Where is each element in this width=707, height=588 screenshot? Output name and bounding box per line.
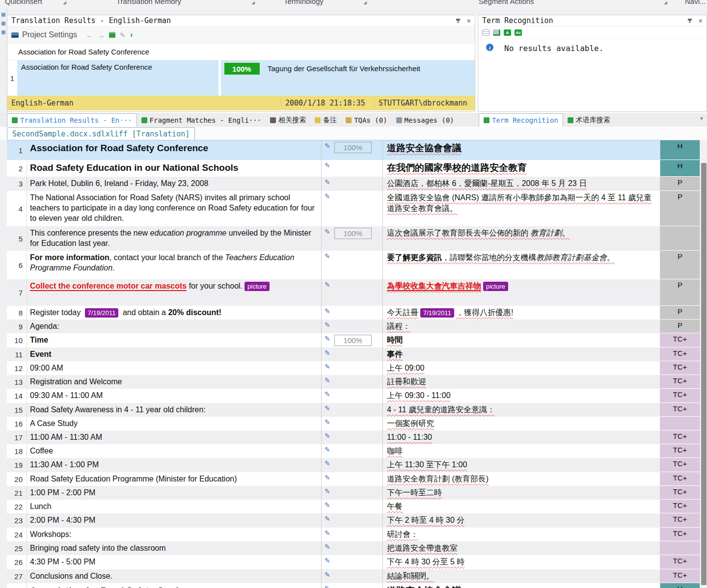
document-structure-badge[interactable]: P: [660, 306, 700, 320]
target-cell[interactable]: 下午一時至二時: [383, 486, 660, 500]
document-structure-badge[interactable]: TC+: [660, 486, 700, 500]
target-cell[interactable]: 道路安全協會會議: [383, 140, 660, 160]
source-cell[interactable]: 4:30 PM - 5:00 PM: [27, 555, 322, 569]
target-cell[interactable]: 為學校收集大會汽車吉祥物picture: [383, 279, 660, 306]
tab-fragment-matches[interactable]: Fragment Matches - Engli···: [137, 113, 266, 127]
tab-term-recognition[interactable]: Term Recognition: [479, 113, 563, 127]
source-cell[interactable]: For more information, contact your local…: [27, 251, 322, 279]
source-cell[interactable]: Conclusions and Close.: [27, 569, 322, 583]
target-cell[interactable]: 午餐: [383, 500, 660, 513]
source-cell[interactable]: Road Safety Education in our National Sc…: [27, 160, 322, 177]
dialog-launcher-icon[interactable]: ◢: [251, 0, 255, 5]
dialog-launcher-icon[interactable]: ◢: [63, 0, 66, 5]
target-cell[interactable]: 下午 2 時至 4 時 30 分: [383, 513, 660, 528]
target-cell[interactable]: 上午 09:00: [383, 361, 660, 375]
source-cell[interactable]: 1:00 PM - 2:00 PM: [27, 486, 322, 500]
document-structure-badge[interactable]: TC+: [660, 389, 700, 403]
target-cell[interactable]: 把道路安全帶進教室: [383, 541, 660, 555]
source-cell[interactable]: 09:30 AM - 11:00 AM: [27, 389, 322, 403]
target-cell[interactable]: 咖啡: [383, 444, 660, 458]
source-cell[interactable]: Association for Road Safety Conference: [27, 583, 322, 588]
source-cell[interactable]: 2:00 PM - 4:30 PM: [27, 513, 322, 528]
target-cell[interactable]: 一個案例研究: [383, 417, 660, 430]
document-structure-badge[interactable]: H: [660, 140, 700, 160]
target-cell[interactable]: 道路安全教育計劃 (教育部長): [383, 472, 660, 486]
source-cell[interactable]: Park Hotel, Dublin 6, Ireland - Friday, …: [27, 177, 322, 191]
document-structure-badge[interactable]: P: [660, 177, 700, 191]
target-cell[interactable]: 上午 09:30 - 11:00: [383, 389, 660, 403]
target-cell[interactable]: 研討會：: [383, 528, 660, 541]
source-cell[interactable]: Coffee: [27, 444, 322, 458]
project-settings-button[interactable]: Project Settings: [22, 30, 77, 39]
source-cell[interactable]: Association for Road Safety Conference: [27, 140, 322, 160]
source-cell[interactable]: Road Safety Education Programme (Ministe…: [27, 472, 322, 486]
next-result-icon[interactable]: →: [97, 31, 105, 39]
source-cell[interactable]: Lunch: [27, 500, 322, 513]
source-cell[interactable]: 11:00 AM - 11:30 AM: [27, 430, 322, 444]
target-cell[interactable]: 4 - 11 歲兒童的道路安全意識：: [383, 403, 660, 417]
tab-overflow-dropdown-icon[interactable]: ▼: [699, 116, 704, 121]
document-structure-badge[interactable]: P: [660, 251, 700, 279]
close-icon[interactable]: ×: [699, 15, 703, 26]
document-structure-badge[interactable]: H: [660, 160, 700, 177]
document-structure-badge[interactable]: TC+: [660, 569, 700, 583]
hitlist-settings-icon[interactable]: A: [504, 29, 511, 36]
target-cell[interactable]: 公園酒店，都柏林 6，愛爾蘭-星期五，2008 年 5 月 23 日: [383, 177, 660, 191]
document-structure-badge[interactable]: TC+: [660, 333, 700, 347]
target-cell[interactable]: 註冊和歡迎: [383, 375, 660, 389]
document-structure-badge[interactable]: TC+: [660, 444, 700, 458]
target-cell[interactable]: 事件: [383, 347, 660, 361]
target-cell[interactable]: 今天註冊7/19/2011，獲得八折優惠!: [383, 306, 660, 320]
source-cell[interactable]: 09:00 AM: [27, 361, 322, 375]
document-structure-badge[interactable]: TC+: [660, 500, 700, 513]
source-cell[interactable]: Bringing road safety into the classroom: [27, 541, 322, 555]
tab-tqa[interactable]: TQAs (0): [341, 113, 391, 127]
target-cell[interactable]: 下午 4 時 30 分至 5 時: [383, 555, 660, 569]
tab-translation-results[interactable]: Translation Results - En···: [7, 113, 137, 127]
target-cell[interactable]: 全國道路安全協會 (NARS) 邀請所有小學教師參加為期一天的 4 至 11 歲…: [383, 191, 660, 226]
document-structure-badge[interactable]: [660, 226, 700, 251]
document-structure-badge[interactable]: H: [660, 583, 700, 588]
source-cell[interactable]: The National Association for Road Safety…: [27, 191, 322, 226]
source-cell[interactable]: Road Safety Awareness in 4 - 11 year old…: [27, 403, 322, 417]
source-cell[interactable]: This conference presents the new educati…: [27, 226, 322, 251]
pin-icon[interactable]: [688, 19, 692, 21]
document-structure-badge[interactable]: P: [660, 320, 700, 333]
source-cell[interactable]: Collect the conference motor car mascots…: [27, 279, 322, 306]
edit-translation-icon[interactable]: ✎: [120, 31, 125, 39]
target-cell[interactable]: 議程：: [383, 320, 660, 333]
document-tab[interactable]: SecondSample.docx.sdlxliff [Translation]: [7, 127, 195, 140]
document-structure-badge[interactable]: [660, 541, 700, 555]
target-cell[interactable]: 這次會議展示了教育部長去年公佈的新的 教育計劃。: [383, 226, 660, 251]
source-cell[interactable]: A Case Study: [27, 417, 322, 430]
document-structure-badge[interactable]: P: [660, 191, 700, 226]
apply-translation-icon[interactable]: [109, 32, 115, 38]
vertical-scrollbar[interactable]: [700, 140, 707, 588]
document-structure-badge[interactable]: TC+: [660, 403, 700, 417]
dialog-launcher-icon[interactable]: ◢: [363, 0, 367, 5]
tab-termbase-search[interactable]: 术语库搜索: [563, 113, 615, 127]
document-structure-badge[interactable]: TC+: [660, 472, 700, 486]
document-structure-badge[interactable]: P: [660, 279, 700, 306]
previous-result-icon[interactable]: ←: [86, 31, 93, 39]
tab-related-search[interactable]: 相关搜索: [266, 113, 310, 127]
tm-result-row[interactable]: 1 Association for Road Safety Conference…: [7, 60, 475, 96]
document-structure-badge[interactable]: TC+: [660, 528, 700, 541]
document-structure-badge[interactable]: TC+: [660, 375, 700, 389]
source-cell[interactable]: Time: [27, 333, 322, 347]
scrollbar-thumb[interactable]: [701, 163, 707, 585]
document-structure-badge[interactable]: TC+: [660, 347, 700, 361]
target-cell[interactable]: 道路安全協會會議: [383, 583, 660, 588]
pin-icon[interactable]: [456, 19, 460, 21]
tab-messages[interactable]: Messages (0): [392, 113, 459, 127]
source-cell[interactable]: Event: [27, 347, 322, 361]
target-cell[interactable]: 上午 11:30 至下午 1:00: [383, 458, 660, 472]
add-new-term-icon[interactable]: [493, 29, 500, 36]
source-cell[interactable]: Registration and Welcome: [27, 375, 322, 389]
target-cell[interactable]: 在我們的國家學校的道路安全教育: [383, 160, 660, 177]
close-icon[interactable]: ×: [467, 15, 471, 26]
target-cell[interactable]: 時間: [383, 333, 660, 347]
source-cell[interactable]: Workshops:: [27, 528, 322, 541]
view-term-details-icon[interactable]: [482, 29, 489, 36]
document-structure-badge[interactable]: [660, 417, 700, 430]
